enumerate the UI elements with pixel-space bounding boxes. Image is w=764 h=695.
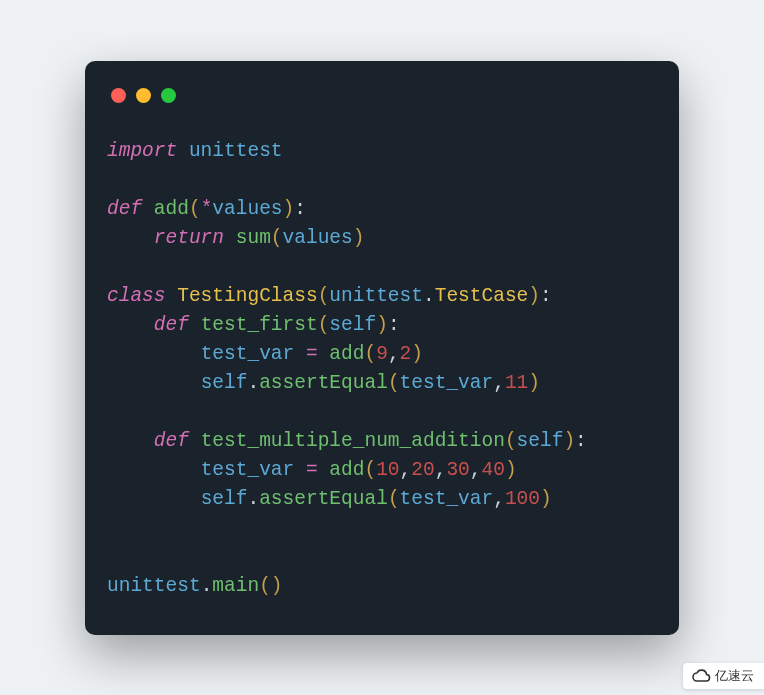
function-call: add <box>329 459 364 481</box>
base-class: TestCase <box>435 285 529 307</box>
self-param: self <box>329 314 376 336</box>
identifier: test_var <box>400 372 494 394</box>
self-param: self <box>517 430 564 452</box>
module-name: unittest <box>189 140 283 162</box>
method-name: test_multiple_num_addition <box>201 430 505 452</box>
comma: , <box>388 343 400 365</box>
keyword-class: class <box>107 285 166 307</box>
code-window: import unittest def add(*values): return… <box>85 61 679 635</box>
dot: . <box>423 285 435 307</box>
number: 100 <box>505 488 540 510</box>
stage: import unittest def add(*values): return… <box>0 0 764 695</box>
number: 10 <box>376 459 399 481</box>
number: 9 <box>376 343 388 365</box>
colon: : <box>575 430 587 452</box>
paren: ( <box>189 198 201 220</box>
dot: . <box>201 575 213 597</box>
minimize-icon[interactable] <box>136 88 151 103</box>
comma: , <box>493 372 505 394</box>
comma: , <box>493 488 505 510</box>
identifier: values <box>283 227 353 249</box>
keyword-import: import <box>107 140 177 162</box>
dot: . <box>247 372 259 394</box>
function-call: main <box>212 575 259 597</box>
paren: ) <box>528 372 540 394</box>
paren: ) <box>271 575 283 597</box>
code-block: import unittest def add(*values): return… <box>85 113 679 626</box>
keyword-return: return <box>154 227 224 249</box>
paren: ) <box>353 227 365 249</box>
close-icon[interactable] <box>111 88 126 103</box>
window-controls <box>85 79 679 113</box>
watermark: 亿速云 <box>683 663 764 689</box>
keyword-def: def <box>107 198 142 220</box>
paren: ) <box>540 488 552 510</box>
paren: ) <box>283 198 295 220</box>
watermark-text: 亿速云 <box>715 667 754 685</box>
number: 2 <box>400 343 412 365</box>
variable: test_var <box>201 459 295 481</box>
colon: : <box>388 314 400 336</box>
maximize-icon[interactable] <box>161 88 176 103</box>
method-name: test_first <box>201 314 318 336</box>
self: self <box>201 372 248 394</box>
number: 11 <box>505 372 528 394</box>
parameter: values <box>212 198 282 220</box>
star-operator: * <box>201 198 213 220</box>
comma: , <box>435 459 447 481</box>
paren: ( <box>318 285 330 307</box>
paren: ) <box>376 314 388 336</box>
equals: = <box>306 459 318 481</box>
comma: , <box>470 459 482 481</box>
base-module: unittest <box>329 285 423 307</box>
self: self <box>201 488 248 510</box>
number: 40 <box>482 459 505 481</box>
paren: ( <box>388 488 400 510</box>
paren: ( <box>364 343 376 365</box>
paren: ( <box>505 430 517 452</box>
number: 30 <box>446 459 469 481</box>
paren: ( <box>364 459 376 481</box>
colon: : <box>294 198 306 220</box>
number: 20 <box>411 459 434 481</box>
paren: ) <box>411 343 423 365</box>
class-name: TestingClass <box>177 285 317 307</box>
module-ref: unittest <box>107 575 201 597</box>
paren: ) <box>505 459 517 481</box>
method-call: assertEqual <box>259 488 388 510</box>
paren: ) <box>563 430 575 452</box>
keyword-def: def <box>154 430 189 452</box>
equals: = <box>306 343 318 365</box>
paren: ( <box>259 575 271 597</box>
cloud-icon <box>691 669 711 683</box>
builtin-call: sum <box>236 227 271 249</box>
paren: ) <box>528 285 540 307</box>
colon: : <box>540 285 552 307</box>
paren: ( <box>271 227 283 249</box>
comma: , <box>400 459 412 481</box>
identifier: test_var <box>400 488 494 510</box>
method-call: assertEqual <box>259 372 388 394</box>
keyword-def: def <box>154 314 189 336</box>
paren: ( <box>318 314 330 336</box>
function-call: add <box>329 343 364 365</box>
paren: ( <box>388 372 400 394</box>
variable: test_var <box>201 343 295 365</box>
dot: . <box>247 488 259 510</box>
function-name: add <box>154 198 189 220</box>
